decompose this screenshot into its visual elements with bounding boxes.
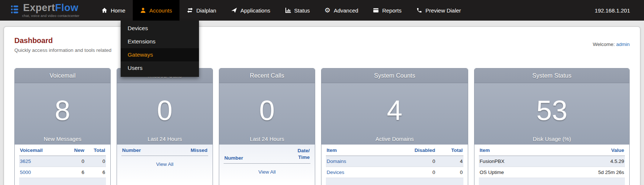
card-system-counts: System Counts 4 Active Domains Item Disa…	[321, 68, 468, 185]
menu-item-devices[interactable]: Devices	[121, 22, 199, 35]
paper-plane-icon	[231, 7, 237, 13]
card-missed-calls: Missed Calls 0 Last 24 Hours Number Miss…	[117, 68, 213, 185]
missed-calls-count-label: Last 24 Hours	[117, 136, 213, 142]
nav-item-preview-dialer[interactable]: Preview Dialer	[409, 0, 469, 21]
content-panel: Dashboard Quickly access information and…	[4, 26, 640, 185]
recent-calls-count: 0	[259, 96, 275, 124]
voicemail-box-link[interactable]: 3625	[20, 159, 31, 164]
table-row: Devices 0 0	[326, 167, 463, 178]
col-header: Total	[436, 145, 463, 156]
card-recent-calls-body: 0 Last 24 Hours	[219, 83, 315, 145]
col-header: Total	[85, 145, 106, 156]
dashboard-cards: Voicemail 8 New Messages Voicemail New T…	[14, 68, 630, 185]
welcome-text: Welcome: admin	[593, 42, 630, 47]
card-voicemail-body: 8 New Messages	[15, 83, 110, 145]
table-row-partial	[19, 178, 106, 185]
nav-item-dialplan[interactable]: Dialplan	[179, 0, 224, 21]
welcome-admin-link[interactable]: admin	[616, 42, 630, 47]
system-counts-count-label: Active Domains	[321, 136, 468, 142]
card-voicemail: Voicemail 8 New Messages Voicemail New T…	[14, 68, 111, 185]
system-status-table: Item Value FusionPBX 4.5.29 OS Uptime 5d…	[474, 145, 629, 185]
table-row: 3625 0 0	[19, 156, 106, 167]
system-counts-count: 4	[387, 96, 402, 124]
card-recent-calls: Recent Calls 0 Last 24 Hours Number Date…	[219, 68, 315, 185]
card-system-counts-header: System Counts	[321, 68, 468, 83]
col-header: Value	[550, 145, 625, 156]
voicemail-table: Voicemail New Total 3625 0 0 5000 6	[15, 145, 110, 185]
table-row: 5000 6 6	[19, 167, 106, 178]
card-title: Voicemail	[50, 72, 76, 79]
brand-name: ExpertFlow	[23, 3, 79, 13]
menu-item-users[interactable]: Users	[121, 61, 199, 75]
menu-item-gateways[interactable]: Gateways	[121, 48, 199, 61]
col-header: New	[61, 145, 85, 156]
card-voicemail-header: Voicemail	[15, 68, 110, 83]
missed-calls-table: Number Missed View All	[117, 145, 213, 185]
col-header: Item	[479, 145, 550, 156]
nav-item-reports[interactable]: Reports	[366, 0, 409, 21]
col-header: Missed	[167, 145, 208, 156]
server-ip: 192.168.1.201	[595, 0, 644, 21]
view-all-link[interactable]: View All	[156, 161, 173, 167]
card-title: Recent Calls	[250, 72, 284, 79]
col-header: Voicemail	[19, 145, 61, 156]
page-subtitle: Quickly access information and tools rel…	[14, 47, 111, 53]
card-system-status-body: 53 Disk Usage (%)	[474, 83, 629, 145]
table-row-partial	[479, 178, 625, 185]
recent-calls-table: Number Date/ Time View All	[219, 145, 315, 185]
nav-item-accounts[interactable]: Accounts	[133, 0, 179, 21]
card-missed-calls-body: 0 Last 24 Hours	[117, 83, 213, 145]
system-status-count-label: Disk Usage (%)	[474, 136, 629, 142]
main-nav: Home Accounts Dialplan Applications Stat…	[94, 0, 468, 21]
transfer-arrows-icon	[187, 7, 193, 13]
nav-item-applications[interactable]: Applications	[224, 0, 278, 21]
voicemail-count: 8	[55, 96, 70, 124]
table-row: FusionPBX 4.5.29	[479, 156, 625, 167]
card-title: System Status	[532, 72, 571, 79]
menu-item-extensions[interactable]: Extensions	[121, 35, 199, 48]
table-row: Domains 0 4	[326, 156, 463, 167]
brand-tagline: chat, voice and video contactcenter	[22, 14, 79, 18]
col-header: Disabled	[392, 145, 436, 156]
col-header: Date/ Time	[275, 145, 310, 164]
phone-icon	[416, 7, 422, 13]
devices-link[interactable]: Devices	[327, 170, 344, 175]
card-title: System Counts	[374, 72, 415, 79]
reports-folder-icon	[373, 7, 379, 13]
system-counts-table: Item Disabled Total Domains 0 4 Devices …	[321, 145, 468, 185]
gear-icon: ⚙	[324, 7, 330, 14]
navbar: ExpertFlow chat, voice and video contact…	[0, 0, 644, 21]
table-row-partial	[326, 178, 463, 185]
brand-logo[interactable]: ExpertFlow chat, voice and video contact…	[11, 0, 79, 21]
accounts-dropdown-menu: Devices Extensions Gateways Users	[121, 21, 199, 77]
table-row: OS Uptime 5d 25m 26s	[479, 167, 625, 178]
page-title: Dashboard	[14, 36, 111, 45]
missed-calls-count: 0	[157, 96, 172, 124]
brand-logo-icon	[11, 5, 19, 16]
system-status-count: 53	[536, 96, 567, 124]
nav-item-advanced[interactable]: ⚙ Advanced	[317, 0, 366, 21]
card-system-status-header: System Status	[474, 68, 629, 83]
card-recent-calls-header: Recent Calls	[219, 68, 315, 83]
nav-item-status[interactable]: Status	[278, 0, 317, 21]
nav-item-home[interactable]: Home	[94, 0, 133, 21]
bar-chart-icon	[285, 7, 291, 13]
home-icon	[102, 7, 107, 13]
domains-link[interactable]: Domains	[327, 159, 346, 164]
view-all-link[interactable]: View All	[258, 169, 275, 175]
card-system-status: System Status 53 Disk Usage (%) Item Val…	[474, 68, 630, 185]
voicemail-box-link[interactable]: 5000	[20, 170, 31, 175]
user-icon	[140, 7, 146, 13]
card-system-counts-body: 4 Active Domains	[321, 83, 468, 145]
voicemail-count-label: New Messages	[15, 136, 110, 142]
col-header: Number	[121, 145, 167, 156]
col-header: Number	[224, 145, 275, 164]
recent-calls-count-label: Last 24 Hours	[219, 136, 315, 142]
col-header: Item	[326, 145, 392, 156]
